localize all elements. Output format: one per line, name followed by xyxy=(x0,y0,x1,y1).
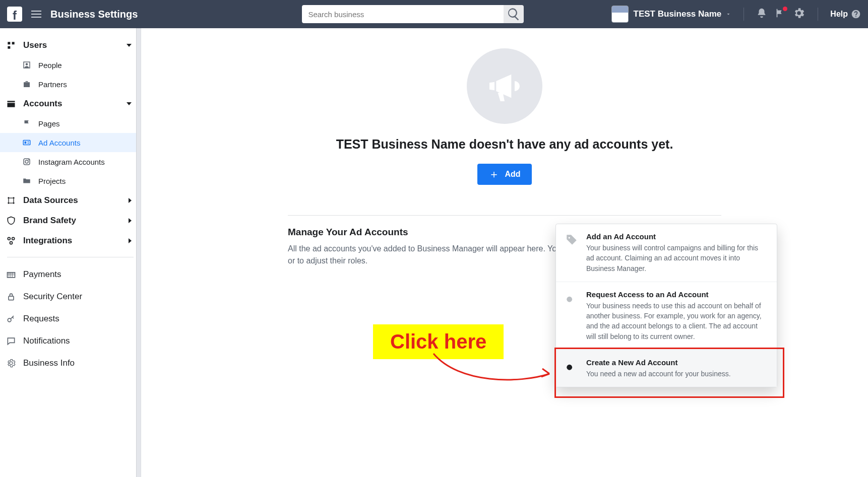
dropdown-item-description: Your business needs to use this ad accou… xyxy=(586,301,768,342)
sidebar-item-ad-accounts[interactable]: Ad Accounts xyxy=(0,133,141,152)
main-content: TEST Business Name doesn't have any ad a… xyxy=(141,28,868,477)
help-icon xyxy=(851,9,861,19)
add-button[interactable]: ＋ Add xyxy=(477,164,531,185)
dropdown-item-title: Create a New Ad Account xyxy=(586,358,731,367)
sidebar-label: Integrations xyxy=(23,236,72,246)
svg-point-10 xyxy=(8,237,10,240)
svg-point-5 xyxy=(28,159,29,160)
chevron-down-icon xyxy=(127,44,132,47)
ad-accounts-icon xyxy=(22,138,31,147)
svg-point-6 xyxy=(8,197,9,198)
svg-point-0 xyxy=(26,63,28,65)
svg-point-7 xyxy=(13,197,14,198)
dropdown-item-add-ad-account[interactable]: Add an Ad Account Your business will con… xyxy=(556,224,777,282)
alert-dot-icon xyxy=(783,7,787,11)
svg-point-14 xyxy=(8,318,11,322)
accounts-icon xyxy=(6,99,16,109)
chevron-down-icon xyxy=(725,11,731,17)
sidebar-item-people[interactable]: People xyxy=(0,55,141,75)
dropdown-item-description: Your business will control campaigns and… xyxy=(586,243,768,274)
sidebar-item-label: People xyxy=(38,61,62,70)
sidebar-item-security[interactable]: Security Center xyxy=(0,286,141,308)
sidebar-item-label: Ad Accounts xyxy=(38,139,80,147)
chevron-right-icon xyxy=(129,198,132,203)
page-title: Business Settings xyxy=(50,9,138,20)
gear-icon xyxy=(6,358,16,368)
chevron-right-icon xyxy=(129,218,132,223)
business-switcher[interactable]: TEST Business Name xyxy=(611,6,732,23)
sidebar-item-notifications[interactable]: Notifications xyxy=(0,330,141,352)
sidebar-section-data-sources[interactable]: Data Sources xyxy=(0,190,141,211)
chevron-down-icon xyxy=(127,102,132,105)
svg-point-12 xyxy=(10,242,13,244)
key-icon xyxy=(6,314,16,324)
instagram-icon xyxy=(22,157,31,166)
sidebar-section-users[interactable]: Users xyxy=(0,35,141,55)
sidebar-section-brand-safety[interactable]: Brand Safety xyxy=(0,211,141,231)
svg-rect-13 xyxy=(9,296,14,300)
sidebar-section-accounts[interactable]: Accounts xyxy=(0,94,141,114)
svg-point-8 xyxy=(8,202,9,203)
search-input[interactable] xyxy=(302,5,504,23)
svg-rect-1 xyxy=(23,141,30,145)
svg-rect-2 xyxy=(25,142,27,144)
svg-point-15 xyxy=(567,297,572,302)
svg-point-9 xyxy=(13,202,14,203)
alerts-flag-button[interactable] xyxy=(774,8,785,21)
dropdown-item-description: You need a new ad account for your busin… xyxy=(586,369,731,379)
sidebar-item-label: Pages xyxy=(38,119,60,128)
sidebar-item-label: Business Info xyxy=(23,358,75,368)
sidebar-item-label: Requests xyxy=(23,314,59,324)
flag-icon xyxy=(22,119,31,128)
svg-point-4 xyxy=(25,160,28,163)
sidebar-item-pages[interactable]: Pages xyxy=(0,114,141,133)
megaphone-icon xyxy=(467,48,542,124)
users-icon xyxy=(6,40,16,50)
sidebar-label: Accounts xyxy=(23,99,62,109)
empty-state-title: TEST Business Name doesn't have any ad a… xyxy=(336,137,673,152)
briefcase-icon xyxy=(611,6,629,23)
svg-point-11 xyxy=(12,237,15,240)
briefcase-icon xyxy=(22,80,31,89)
dropdown-item-create-ad-account[interactable]: Create a New Ad Account You need a new a… xyxy=(556,350,777,387)
folder-icon xyxy=(22,176,31,185)
integrations-icon xyxy=(6,236,16,246)
add-dropdown: Add an Ad Account Your business will con… xyxy=(555,224,777,387)
bell-icon xyxy=(756,8,767,19)
annotation-click-here: Click here xyxy=(373,324,504,359)
sidebar-item-label: Security Center xyxy=(23,292,82,302)
top-icon-cluster xyxy=(756,7,805,22)
sidebar-label: Data Sources xyxy=(23,195,78,206)
sidebar-item-projects[interactable]: Projects xyxy=(0,171,141,190)
sidebar-section-integrations[interactable]: Integrations xyxy=(0,231,141,251)
payments-icon xyxy=(6,269,16,280)
topbar: f Business Settings TEST Business Name H… xyxy=(0,0,868,28)
dropdown-item-request-access[interactable]: Request Access to an Ad Account Your bus… xyxy=(556,282,777,350)
sidebar-item-requests[interactable]: Requests xyxy=(0,308,141,330)
sidebar-item-business-info[interactable]: Business Info xyxy=(0,352,141,374)
notifications-bell-button[interactable] xyxy=(756,8,767,21)
sidebar-item-label: Partners xyxy=(38,80,67,89)
divider xyxy=(818,8,818,21)
sidebar-item-label: Instagram Accounts xyxy=(38,158,105,166)
empty-state: TEST Business Name doesn't have any ad a… xyxy=(171,48,838,185)
hamburger-menu-icon[interactable] xyxy=(31,11,41,18)
sidebar-item-label: Payments xyxy=(23,269,61,280)
lock-icon xyxy=(6,292,16,302)
help-button[interactable]: Help xyxy=(830,9,861,19)
divider xyxy=(743,8,744,21)
sidebar-item-instagram[interactable]: Instagram Accounts xyxy=(0,152,141,171)
key-icon xyxy=(565,291,578,304)
search-button[interactable] xyxy=(504,5,524,23)
business-name-label: TEST Business Name xyxy=(634,9,722,19)
chevron-right-icon xyxy=(129,238,132,243)
dropdown-item-title: Request Access to an Ad Account xyxy=(586,290,768,299)
settings-gear-button[interactable] xyxy=(792,7,805,22)
svg-point-16 xyxy=(567,365,572,370)
key-icon xyxy=(565,359,578,372)
facebook-logo-icon[interactable]: f xyxy=(7,7,22,22)
sidebar-label: Users xyxy=(23,40,47,50)
sidebar-item-partners[interactable]: Partners xyxy=(0,75,141,94)
chat-icon xyxy=(6,336,16,346)
sidebar-item-payments[interactable]: Payments xyxy=(0,263,141,286)
